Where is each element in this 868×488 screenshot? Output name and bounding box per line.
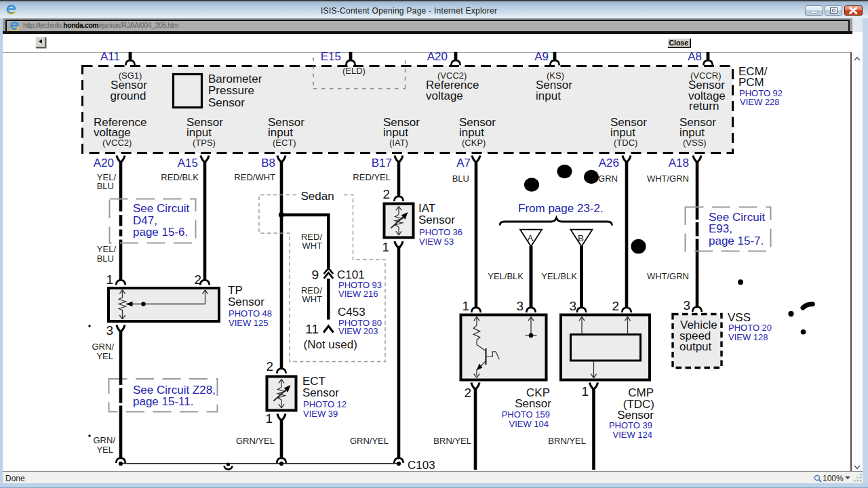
svg-text:VIEW 39: VIEW 39 — [303, 409, 338, 419]
svg-text:2: 2 — [194, 272, 201, 287]
svg-text:YEL: YEL — [96, 445, 113, 455]
svg-text:Sensor: Sensor — [515, 397, 551, 410]
svg-text:B: B — [578, 233, 584, 243]
svg-text:C103: C103 — [408, 459, 435, 472]
svg-text:See Circuit: See Circuit — [133, 202, 189, 215]
svg-text:(TPS): (TPS) — [193, 138, 216, 148]
svg-text:2: 2 — [464, 386, 471, 400]
svg-text:(VSS): (VSS) — [683, 138, 707, 148]
svg-text:A26: A26 — [599, 157, 619, 169]
svg-text:(Not used): (Not used) — [304, 338, 357, 351]
svg-text:BRN/YEL: BRN/YEL — [433, 436, 471, 446]
svg-text:(ELD): (ELD) — [342, 66, 366, 76]
svg-text:A9: A9 — [534, 50, 549, 63]
svg-text:1: 1 — [581, 384, 589, 399]
svg-text:VIEW 104: VIEW 104 — [509, 419, 549, 429]
svg-text:A15: A15 — [178, 157, 198, 169]
svg-text:PHOTO 36: PHOTO 36 — [419, 227, 462, 237]
svg-text:page 15-7.: page 15-7. — [709, 235, 764, 247]
svg-text:page 15-6.: page 15-6. — [133, 226, 188, 239]
svg-text:VIEW 216: VIEW 216 — [338, 289, 378, 299]
svg-text:YEL: YEL — [96, 351, 113, 361]
svg-text:Sensor: Sensor — [228, 296, 264, 308]
svg-text:A18: A18 — [669, 157, 689, 169]
svg-text:VIEW 128: VIEW 128 — [728, 332, 768, 342]
svg-text:11: 11 — [305, 322, 319, 336]
svg-text:Barometer: Barometer — [208, 73, 262, 85]
svg-text:A20: A20 — [427, 50, 448, 63]
svg-text:2: 2 — [266, 359, 273, 373]
svg-text:PHOTO 39: PHOTO 39 — [609, 420, 652, 430]
svg-text:1: 1 — [462, 299, 469, 313]
svg-text:PCM: PCM — [738, 76, 764, 89]
svg-text:GRN/: GRN/ — [94, 435, 116, 445]
svg-text:RED/WHT: RED/WHT — [234, 172, 275, 182]
svg-text:voltage: voltage — [426, 89, 463, 102]
svg-text:WHT: WHT — [302, 294, 322, 304]
svg-text:See Circuit: See Circuit — [709, 211, 765, 224]
svg-text:VIEW 124: VIEW 124 — [612, 430, 652, 440]
svg-text:A7: A7 — [456, 157, 471, 169]
svg-text:C453: C453 — [338, 306, 366, 319]
svg-text:1: 1 — [265, 411, 273, 426]
svg-text:From page 23-2.: From page 23-2. — [518, 202, 604, 215]
svg-text:2: 2 — [612, 299, 619, 313]
svg-text:Sensor: Sensor — [208, 96, 245, 109]
svg-text:A8: A8 — [688, 50, 702, 63]
svg-text:RED/YEL: RED/YEL — [353, 172, 391, 182]
svg-text:GRN/YEL: GRN/YEL — [236, 436, 275, 446]
svg-text:3: 3 — [516, 299, 524, 313]
svg-text:BLU: BLU — [452, 174, 469, 184]
svg-text:(ECT): (ECT) — [273, 138, 296, 148]
svg-text:A: A — [527, 233, 533, 243]
svg-text:3: 3 — [683, 298, 690, 312]
svg-text:IAT: IAT — [418, 202, 435, 215]
svg-text:VIEW 125: VIEW 125 — [229, 318, 269, 328]
svg-text:BLU: BLU — [97, 253, 114, 264]
svg-text:(CKP): (CKP) — [462, 138, 486, 148]
svg-text:PHOTO 12: PHOTO 12 — [303, 399, 347, 409]
svg-text:RED/BLK: RED/BLK — [161, 172, 199, 182]
svg-text:D47,: D47, — [133, 214, 157, 227]
svg-text:PHOTO 48: PHOTO 48 — [229, 308, 272, 319]
svg-text:3: 3 — [569, 299, 576, 313]
svg-text:B17: B17 — [372, 157, 392, 169]
svg-text:E15: E15 — [321, 50, 341, 63]
svg-text:VIEW 53: VIEW 53 — [419, 237, 454, 247]
svg-text:GRN/YEL: GRN/YEL — [350, 436, 389, 446]
svg-text:Sedan: Sedan — [301, 190, 334, 203]
svg-text:3: 3 — [106, 323, 113, 338]
svg-text:YEL/BLK: YEL/BLK — [541, 271, 577, 281]
svg-text:Pressure: Pressure — [208, 84, 254, 97]
svg-text:(VCC2): (VCC2) — [102, 138, 132, 148]
svg-text:PHOTO 159: PHOTO 159 — [502, 409, 550, 420]
svg-text:9: 9 — [311, 268, 319, 282]
svg-text:VIEW 228: VIEW 228 — [740, 97, 780, 107]
svg-text:E93,: E93, — [709, 222, 732, 235]
svg-text:BRN/YEL: BRN/YEL — [548, 436, 586, 446]
svg-text:ground: ground — [111, 89, 146, 102]
svg-text:PHOTO 20: PHOTO 20 — [728, 323, 772, 333]
svg-text:return: return — [689, 100, 719, 113]
svg-text:WHT/GRN: WHT/GRN — [647, 271, 689, 281]
svg-text:input: input — [536, 89, 561, 102]
svg-text:page 15-11.: page 15-11. — [133, 395, 193, 408]
svg-text:VIEW 203: VIEW 203 — [338, 326, 378, 336]
svg-text:WHT: WHT — [302, 241, 322, 251]
svg-text:2: 2 — [382, 187, 390, 201]
svg-text:BLU: BLU — [97, 181, 114, 191]
svg-text:Sensor: Sensor — [302, 386, 339, 399]
svg-text:See Circuit Z28,: See Circuit Z28, — [133, 384, 216, 396]
svg-text:(TDC): (TDC) — [614, 138, 637, 148]
svg-text:A11: A11 — [100, 50, 120, 63]
svg-text:A20: A20 — [94, 157, 114, 169]
svg-text:ECT: ECT — [302, 375, 326, 388]
svg-text:GRN: GRN — [598, 174, 618, 184]
svg-text:1: 1 — [106, 272, 113, 287]
svg-text:1: 1 — [382, 240, 389, 254]
svg-text:WHT/GRN: WHT/GRN — [647, 174, 689, 184]
svg-text:YEL/BLK: YEL/BLK — [488, 271, 524, 281]
svg-text:output: output — [679, 340, 712, 353]
svg-text:(IAT): (IAT) — [389, 138, 408, 148]
svg-text:B8: B8 — [261, 157, 275, 169]
